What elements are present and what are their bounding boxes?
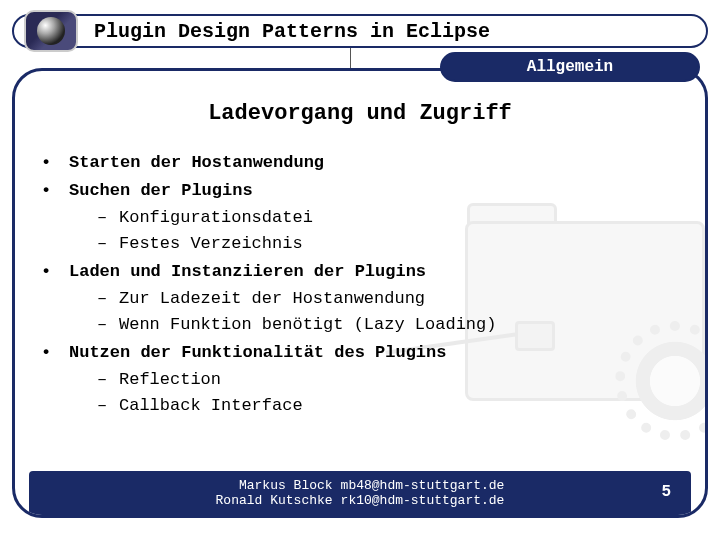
sub-bullet-text: Reflection <box>119 370 221 389</box>
bullet-text: Starten der Hostanwendung <box>69 150 324 176</box>
section-label: Allgemein <box>527 58 613 76</box>
sub-bullet-text: Zur Ladezeit der Hostanwendung <box>119 289 425 308</box>
slide-heading: Ladevorgang und Zugriff <box>41 101 679 126</box>
bullet-text: Suchen der Plugins <box>69 178 253 204</box>
content-frame: Ladevorgang und Zugriff •Starten der Hos… <box>12 68 708 518</box>
sub-bullet-text: Konfigurationsdatei <box>119 208 313 227</box>
eclipse-logo-icon <box>24 10 78 52</box>
bullet-content: •Starten der Hostanwendung •Suchen der P… <box>41 150 679 419</box>
sub-bullet-text: Callback Interface <box>119 396 303 415</box>
sub-bullet-text: Wenn Funktion benötigt (Lazy Loading) <box>119 315 496 334</box>
sub-bullet-text: Festes Verzeichnis <box>119 234 303 253</box>
bullet-text: Nutzen der Funktionalität des Plugins <box>69 340 446 366</box>
header-bar: Plugin Design Patterns in Eclipse <box>12 14 708 48</box>
footer-bar: Markus Block Ronald Kutschke mb48@hdm-st… <box>29 471 691 515</box>
page-number: 5 <box>661 483 671 501</box>
connector-line <box>350 48 351 68</box>
section-badge: Allgemein <box>440 52 700 82</box>
footer-emails: mb48@hdm-stuttgart.de rk10@hdm-stuttgart… <box>341 478 505 508</box>
footer-authors: Markus Block Ronald Kutschke <box>216 478 333 508</box>
bullet-text: Laden und Instanziieren der Plugins <box>69 259 426 285</box>
presentation-title: Plugin Design Patterns in Eclipse <box>94 20 490 43</box>
